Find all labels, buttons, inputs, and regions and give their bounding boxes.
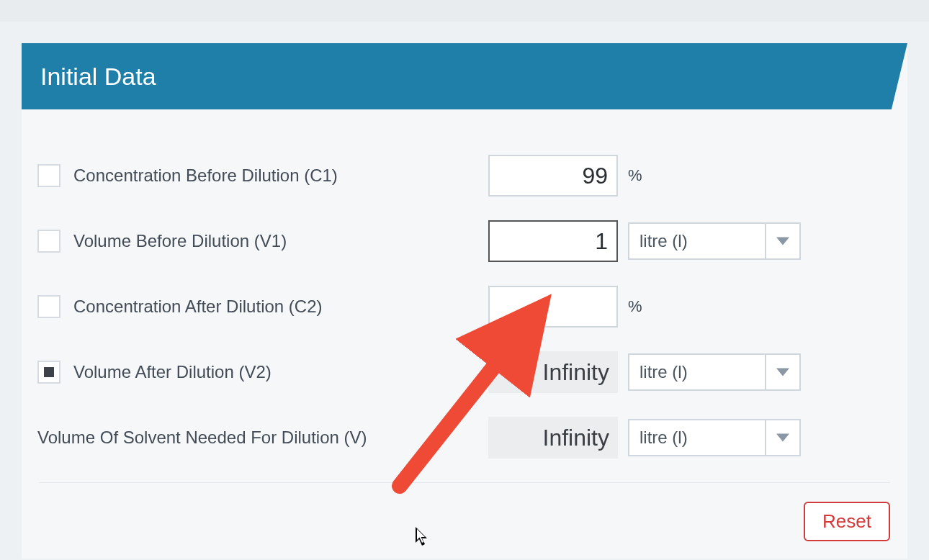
card-title: Initial Data [40, 63, 156, 91]
svg-marker-1 [776, 369, 789, 376]
initial-data-card: Initial Data Concentration Before Diluti… [22, 43, 907, 559]
row-v1-checkbox[interactable] [37, 230, 60, 253]
row-c1: Concentration Before Dilution (C1) % [35, 155, 894, 197]
row-v: Volume Of Solvent Needed For Dilution (V… [35, 417, 894, 459]
row-v-input [488, 417, 618, 459]
row-v1-unit-select[interactable]: litre (l) [628, 222, 801, 260]
row-v2: Volume After Dilution (V2) litre (l) [35, 351, 894, 393]
form-body: Concentration Before Dilution (C1) % Vol… [22, 115, 907, 559]
card-header: Initial Data [22, 43, 907, 115]
row-c2-checkbox[interactable] [37, 295, 60, 318]
reset-button[interactable]: Reset [804, 502, 890, 541]
row-v1-unit-label: litre (l) [639, 231, 688, 251]
row-c1-unit: % [628, 166, 642, 185]
row-c1-label: Concentration Before Dilution (C1) [73, 166, 338, 186]
row-c1-checkbox[interactable] [37, 164, 60, 187]
row-c1-input[interactable] [488, 155, 618, 197]
svg-marker-0 [776, 238, 789, 245]
row-v1-label: Volume Before Dilution (V1) [73, 231, 287, 251]
chevron-down-icon [765, 355, 799, 389]
row-v2-checkbox[interactable] [37, 361, 60, 384]
row-v-unit-label: litre (l) [639, 428, 688, 448]
row-v-unit-select[interactable]: litre (l) [628, 419, 801, 456]
row-v2-unit-select[interactable]: litre (l) [628, 353, 801, 391]
row-c2-label: Concentration After Dilution (C2) [73, 297, 323, 317]
row-v1: Volume Before Dilution (V1) litre (l) [35, 220, 894, 262]
row-v2-input [488, 351, 618, 393]
row-v2-label: Volume After Dilution (V2) [73, 362, 271, 382]
row-v2-unit-label: litre (l) [639, 362, 688, 382]
row-v-label: Volume Of Solvent Needed For Dilution (V… [37, 428, 367, 448]
row-c2-unit: % [628, 297, 642, 316]
svg-marker-2 [776, 434, 789, 442]
row-v1-input[interactable] [488, 220, 618, 262]
chevron-down-icon [765, 420, 799, 455]
card-footer: Reset [35, 483, 894, 559]
top-toolbar [0, 0, 929, 22]
row-c2: Concentration After Dilution (C2) % [35, 286, 894, 328]
chevron-down-icon [765, 224, 799, 258]
row-c2-input[interactable] [488, 286, 618, 328]
